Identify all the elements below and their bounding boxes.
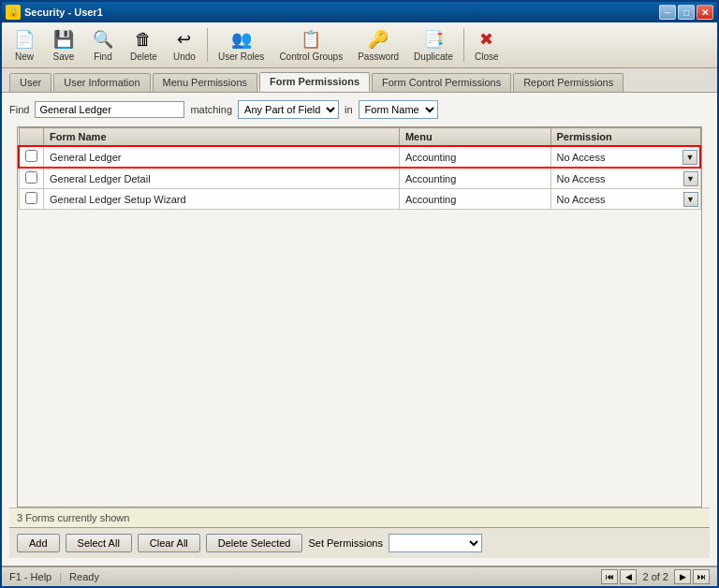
- row-checkbox[interactable]: [25, 171, 37, 184]
- password-button[interactable]: 🔑 Password: [351, 25, 405, 65]
- row-checkbox-cell: [19, 146, 44, 168]
- find-label-text: Find: [9, 104, 29, 115]
- in-label-text: in: [345, 104, 353, 115]
- row-checkbox[interactable]: [25, 192, 37, 204]
- main-content: Find matching Any Part of Field Starts W…: [2, 93, 717, 566]
- row-form-name: General Ledger Setup Wizard: [44, 189, 400, 210]
- tab-user-label: User: [20, 77, 41, 88]
- table-header-row: Form Name Menu Permission: [19, 128, 700, 147]
- password-label: Password: [358, 51, 399, 62]
- find-icon: 🔍: [92, 28, 114, 51]
- row-permission-text: No Access: [557, 173, 606, 184]
- page-text: 2 of 2: [638, 571, 672, 582]
- close-label: Close: [475, 51, 499, 62]
- close-icon: ✖: [476, 28, 498, 51]
- duplicate-button[interactable]: 📑 Duplicate: [407, 25, 460, 65]
- set-permissions-label: Set Permissions: [308, 537, 382, 549]
- row-checkbox[interactable]: [25, 150, 37, 162]
- title-bar: 🔒 Security - User1 ─ □ ✕: [2, 2, 717, 22]
- new-button[interactable]: 📄 New: [6, 25, 43, 65]
- control-groups-button[interactable]: 📋 Control Groups: [272, 25, 349, 65]
- toolbar-separator-2: [463, 28, 464, 62]
- tab-form-control-permissions[interactable]: Form Control Permissions: [372, 73, 511, 92]
- nav-last-button[interactable]: ⏭: [693, 569, 710, 584]
- control-groups-label: Control Groups: [279, 51, 343, 62]
- undo-label: Undo: [173, 51, 196, 62]
- bottom-bar: Add Select All Clear All Delete Selected…: [9, 527, 710, 558]
- row-menu: Accounting: [399, 168, 550, 189]
- find-button[interactable]: 🔍 Find: [84, 25, 122, 65]
- tabs-area: User User Information Menu Permissions F…: [2, 68, 717, 93]
- find-bar: Find matching Any Part of Field Starts W…: [9, 100, 710, 119]
- app-status-bar: F1 - Help | Ready ⏮ ◀ 2 of 2 ▶ ⏭: [2, 566, 717, 586]
- table-row[interactable]: General Ledger Setup WizardAccountingNo …: [19, 189, 700, 210]
- row-menu: Accounting: [399, 146, 550, 168]
- table-row[interactable]: General LedgerAccountingNo Access▼: [19, 146, 700, 168]
- nav-next-button[interactable]: ▶: [674, 569, 691, 584]
- tab-user[interactable]: User: [9, 73, 51, 92]
- duplicate-icon: 📑: [422, 28, 445, 51]
- find-input[interactable]: [35, 101, 184, 118]
- toolbar: 📄 New 💾 Save 🔍 Find 🗑 Delete ↩ Undo 👥 Us…: [2, 22, 717, 68]
- row-checkbox-cell: [19, 189, 44, 210]
- in-select[interactable]: Form Name Menu: [359, 100, 438, 119]
- tab-report-permissions-label: Report Permissions: [523, 77, 613, 88]
- tab-form-permissions[interactable]: Form Permissions: [259, 72, 370, 92]
- table-scroll-area[interactable]: Form Name Menu Permission General Ledger…: [18, 127, 701, 210]
- tab-form-permissions-label: Form Permissions: [270, 76, 360, 87]
- user-roles-label: User Roles: [218, 51, 264, 62]
- new-icon: 📄: [13, 28, 36, 51]
- tab-menu-permissions[interactable]: Menu Permissions: [153, 73, 257, 92]
- maximize-button[interactable]: □: [678, 5, 695, 20]
- user-roles-button[interactable]: 👥 User Roles: [212, 25, 271, 65]
- delete-label: Delete: [130, 51, 157, 62]
- nav-prev-button[interactable]: ◀: [620, 569, 637, 584]
- add-button[interactable]: Add: [17, 534, 60, 552]
- title-bar-left: 🔒 Security - User1: [6, 5, 103, 20]
- forms-count-text: 3 Forms currently shown: [17, 512, 129, 523]
- permission-dropdown-button[interactable]: ▼: [682, 150, 697, 165]
- user-roles-icon: 👥: [230, 28, 253, 51]
- save-icon: 💾: [52, 28, 75, 51]
- window-title: Security - User1: [24, 7, 103, 18]
- minimize-button[interactable]: ─: [659, 5, 676, 20]
- status-left: F1 - Help | Ready: [9, 571, 99, 582]
- new-label: New: [15, 51, 34, 62]
- col-permission: Permission: [550, 128, 700, 147]
- row-form-name: General Ledger Detail: [44, 168, 400, 189]
- permission-dropdown-button[interactable]: ▼: [683, 192, 698, 207]
- permission-dropdown-button[interactable]: ▼: [683, 171, 698, 186]
- matching-select[interactable]: Any Part of Field Starts With Equals: [238, 100, 339, 119]
- select-all-button[interactable]: Select All: [66, 534, 132, 552]
- status-separator: |: [59, 571, 62, 582]
- app-icon: 🔒: [6, 5, 21, 20]
- tab-form-control-permissions-label: Form Control Permissions: [382, 77, 501, 88]
- row-permission-cell: No Access▼: [550, 189, 700, 210]
- row-permission-cell: No Access▼: [550, 168, 700, 189]
- close-window-button[interactable]: ✕: [697, 5, 713, 20]
- password-icon: 🔑: [367, 28, 389, 51]
- find-label: Find: [94, 51, 111, 62]
- set-permissions-select[interactable]: No Access Read Only Full Access: [389, 534, 482, 552]
- status-bar: 3 Forms currently shown: [9, 507, 710, 527]
- delete-button[interactable]: 🗑 Delete: [124, 25, 164, 65]
- save-label: Save: [53, 51, 75, 62]
- save-button[interactable]: 💾 Save: [45, 25, 82, 65]
- tab-user-information[interactable]: User Information: [53, 73, 150, 92]
- row-permission-cell: No Access▼: [550, 146, 700, 168]
- matching-label-text: matching: [190, 104, 232, 115]
- delete-icon: 🗑: [132, 28, 154, 51]
- col-form-name: Form Name: [44, 128, 400, 147]
- help-text: F1 - Help: [9, 571, 51, 582]
- close-button[interactable]: ✖ Close: [468, 25, 506, 65]
- nav-first-button[interactable]: ⏮: [601, 569, 618, 584]
- delete-selected-button[interactable]: Delete Selected: [206, 534, 303, 552]
- duplicate-label: Duplicate: [414, 51, 453, 62]
- undo-button[interactable]: ↩ Undo: [166, 25, 203, 65]
- table-row[interactable]: General Ledger DetailAccountingNo Access…: [19, 168, 700, 189]
- row-permission-text: No Access: [557, 152, 606, 163]
- row-menu: Accounting: [399, 189, 550, 210]
- tab-menu-permissions-label: Menu Permissions: [163, 77, 247, 88]
- clear-all-button[interactable]: Clear All: [138, 534, 200, 552]
- tab-report-permissions[interactable]: Report Permissions: [513, 73, 624, 92]
